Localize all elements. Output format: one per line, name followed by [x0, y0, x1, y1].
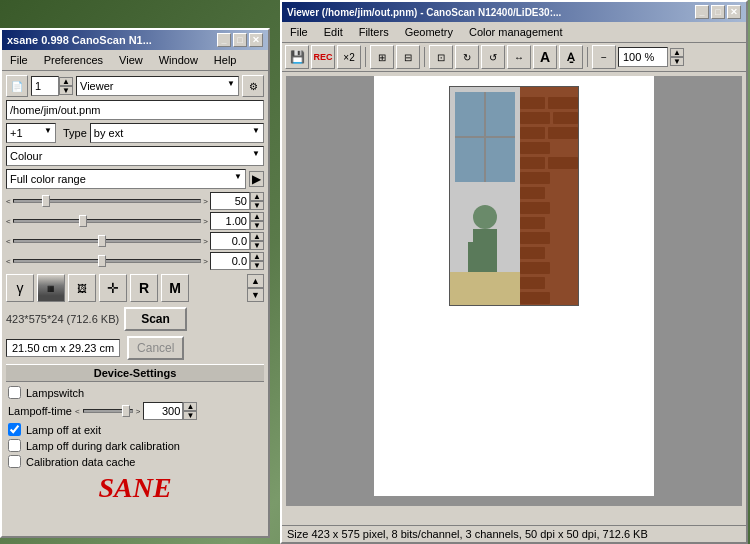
- zoom-down-btn[interactable]: ▼: [670, 57, 684, 66]
- scroll-down-btn[interactable]: ▼: [247, 288, 264, 302]
- gamma-input[interactable]: [210, 212, 250, 230]
- contrast-thumb[interactable]: [98, 255, 106, 267]
- viewer-flip-v-icon[interactable]: A: [533, 45, 557, 69]
- lamp-dark-row: Lamp off during dark calibration: [8, 439, 262, 452]
- gear-icon[interactable]: ⚙: [242, 75, 264, 97]
- increment-select[interactable]: +1: [6, 123, 56, 143]
- lamp-switch-checkbox[interactable]: [8, 386, 21, 399]
- viewer-maximize-button[interactable]: □: [711, 5, 725, 19]
- viewer-x2-icon[interactable]: ×2: [337, 45, 361, 69]
- gamma-track[interactable]: [13, 219, 202, 223]
- minimize-button[interactable]: _: [217, 33, 231, 47]
- viewer-grid1-icon[interactable]: ⊞: [370, 45, 394, 69]
- gamma-left-arrow[interactable]: <: [6, 217, 11, 226]
- color-range-select[interactable]: Full color range: [6, 169, 246, 189]
- color-range-expand[interactable]: ▶: [249, 171, 264, 187]
- viewer-grid2-icon[interactable]: ⊟: [396, 45, 420, 69]
- page-down-btn[interactable]: ▼: [59, 86, 73, 95]
- viewer-fit-icon[interactable]: ⊡: [429, 45, 453, 69]
- menu-window[interactable]: Window: [151, 52, 206, 68]
- gamma-down-btn[interactable]: ▼: [250, 221, 264, 230]
- lamp-time-thumb[interactable]: [122, 405, 130, 417]
- gamma-icon[interactable]: γ: [6, 274, 34, 302]
- brightness-input[interactable]: [210, 232, 250, 250]
- res-up-btn[interactable]: ▲: [250, 192, 264, 201]
- zoom-spin-wrap: ▲ ▼: [670, 48, 684, 66]
- viewer-flip-h-icon[interactable]: ↔: [507, 45, 531, 69]
- menu-file[interactable]: File: [2, 52, 36, 68]
- res-left-arrow[interactable]: <: [6, 197, 11, 206]
- cancel-button[interactable]: Cancel: [127, 336, 184, 360]
- gamma-right-arrow[interactable]: >: [203, 217, 208, 226]
- close-button[interactable]: ✕: [249, 33, 263, 47]
- rotate-icon[interactable]: R: [130, 274, 158, 302]
- lamp-time-right[interactable]: >: [136, 407, 141, 416]
- res-right-arrow[interactable]: >: [203, 197, 208, 206]
- viewer-rotate-cw-icon[interactable]: ↻: [455, 45, 479, 69]
- viewer-minimize-button[interactable]: _: [695, 5, 709, 19]
- type-select[interactable]: by ext: [90, 123, 264, 143]
- filepath-input[interactable]: [6, 100, 264, 120]
- lamp-exit-checkbox[interactable]: [8, 423, 21, 436]
- crosshair-icon[interactable]: ✛: [99, 274, 127, 302]
- bright-up-btn[interactable]: ▲: [250, 232, 264, 241]
- viewer-menu-filters[interactable]: Filters: [351, 24, 397, 40]
- res-down-btn[interactable]: ▼: [250, 201, 264, 210]
- viewer-menu-color[interactable]: Color management: [461, 24, 571, 40]
- calib-cache-checkbox[interactable]: [8, 455, 21, 468]
- viewer-rec-icon[interactable]: REC: [311, 45, 335, 69]
- type-wrap: by ext: [90, 123, 264, 143]
- svg-rect-17: [520, 262, 550, 274]
- brightness-thumb[interactable]: [98, 235, 106, 247]
- lamp-off-time-row: Lampoff-time < > ▲ ▼: [8, 402, 262, 420]
- viewer-menu-edit[interactable]: Edit: [316, 24, 351, 40]
- contrast-input[interactable]: [210, 252, 250, 270]
- viewer-dropdown[interactable]: Viewer: [76, 76, 239, 96]
- lamp-dark-checkbox[interactable]: [8, 439, 21, 452]
- preview-icon[interactable]: 🖼: [68, 274, 96, 302]
- zoom-up-btn[interactable]: ▲: [670, 48, 684, 57]
- toolbar-row: 📄 ▲ ▼ Viewer ⚙: [6, 75, 264, 97]
- viewer-zoom-out-icon[interactable]: −: [592, 45, 616, 69]
- viewer-rotate-ccw-icon[interactable]: ↺: [481, 45, 505, 69]
- viewer-menubar: File Edit Filters Geometry Color managem…: [282, 22, 746, 43]
- bright-right-arrow[interactable]: >: [203, 237, 208, 246]
- maximize-button[interactable]: □: [233, 33, 247, 47]
- bright-down-btn[interactable]: ▼: [250, 241, 264, 250]
- brightness-track[interactable]: [13, 239, 202, 243]
- lamp-time-input[interactable]: [143, 402, 183, 420]
- scroll-up-btn[interactable]: ▲: [247, 274, 264, 288]
- menu-help[interactable]: Help: [206, 52, 245, 68]
- lamp-time-down-btn[interactable]: ▼: [183, 411, 197, 420]
- mirror-icon[interactable]: M: [161, 274, 189, 302]
- color-mode-select[interactable]: Colour: [6, 146, 264, 166]
- page-up-btn[interactable]: ▲: [59, 77, 73, 86]
- contrast-up-btn[interactable]: ▲: [250, 252, 264, 261]
- page-icon[interactable]: 📄: [6, 75, 28, 97]
- viewer-save-icon[interactable]: 💾: [285, 45, 309, 69]
- bright-left-arrow[interactable]: <: [6, 237, 11, 246]
- lamp-time-up-btn[interactable]: ▲: [183, 402, 197, 411]
- menu-view[interactable]: View: [111, 52, 151, 68]
- viewer-canvas[interactable]: [286, 76, 742, 506]
- contrast-right-arrow[interactable]: >: [203, 257, 208, 266]
- lamp-time-left[interactable]: <: [75, 407, 80, 416]
- contrast-left-arrow[interactable]: <: [6, 257, 11, 266]
- contrast-down-btn[interactable]: ▼: [250, 261, 264, 270]
- page-number[interactable]: [31, 76, 59, 96]
- menu-preferences[interactable]: Preferences: [36, 52, 111, 68]
- contrast-track[interactable]: [13, 259, 202, 263]
- viewer-close-button[interactable]: ✕: [727, 5, 741, 19]
- gamma-thumb[interactable]: [79, 215, 87, 227]
- histogram-icon[interactable]: ▦: [37, 274, 65, 302]
- lamp-switch-row: Lampswitch: [8, 386, 262, 399]
- viewer-menu-geometry[interactable]: Geometry: [397, 24, 461, 40]
- viewer-text-icon[interactable]: A̱: [559, 45, 583, 69]
- resolution-thumb[interactable]: [42, 195, 50, 207]
- lamp-time-track[interactable]: [83, 409, 133, 413]
- viewer-menu-file[interactable]: File: [282, 24, 316, 40]
- resolution-input[interactable]: [210, 192, 250, 210]
- gamma-up-btn[interactable]: ▲: [250, 212, 264, 221]
- scan-button[interactable]: Scan: [124, 307, 187, 331]
- resolution-track[interactable]: [13, 199, 202, 203]
